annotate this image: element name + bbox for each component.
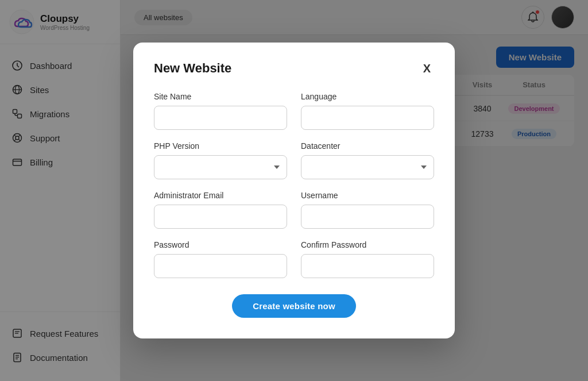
form-group-admin-email: Administrator Email (154, 191, 287, 229)
datacenter-label: Datacenter (301, 141, 434, 151)
form-group-php-version: PHP Version PHP 8.2 PHP 8.1 PHP 8.0 PHP … (154, 141, 287, 179)
username-label: Username (301, 191, 434, 200)
language-input[interactable] (301, 106, 434, 130)
form-group-site-name: Site Name (154, 92, 287, 130)
password-input[interactable] (154, 254, 287, 278)
datacenter-select[interactable]: US East EU West AP South (301, 155, 434, 179)
form-group-confirm-password: Confirm Password (301, 240, 434, 278)
confirm-password-label: Confirm Password (301, 240, 434, 249)
site-name-input[interactable] (154, 106, 287, 130)
new-website-modal: New Website X Site Name Language PHP Ver… (133, 43, 455, 338)
admin-email-label: Administrator Email (154, 191, 287, 200)
modal-overlay[interactable]: New Website X Site Name Language PHP Ver… (0, 0, 588, 381)
form-grid: Site Name Language PHP Version PHP 8.2 P… (154, 92, 434, 278)
php-version-select[interactable]: PHP 8.2 PHP 8.1 PHP 8.0 PHP 7.4 (154, 155, 287, 179)
confirm-password-input[interactable] (301, 254, 434, 278)
php-version-label: PHP Version (154, 141, 287, 151)
modal-header: New Website X (154, 61, 434, 76)
form-group-password: Password (154, 240, 287, 278)
admin-email-input[interactable] (154, 205, 287, 229)
site-name-label: Site Name (154, 92, 287, 101)
modal-footer: Create website now (154, 294, 434, 318)
form-group-username: Username (301, 191, 434, 229)
modal-close-button[interactable]: X (420, 61, 434, 75)
form-group-datacenter: Datacenter US East EU West AP South (301, 141, 434, 179)
create-website-button[interactable]: Create website now (232, 294, 356, 318)
form-group-language: Language (301, 92, 434, 130)
language-label: Language (301, 92, 434, 101)
password-label: Password (154, 240, 287, 249)
username-input[interactable] (301, 205, 434, 229)
modal-title: New Website (154, 61, 231, 76)
